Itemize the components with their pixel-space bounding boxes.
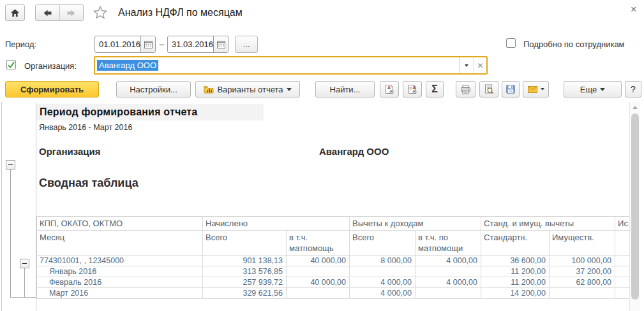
back-button[interactable] bbox=[36, 5, 60, 20]
report-period-heading-band[interactable]: Период формирования отчета bbox=[36, 104, 264, 120]
page-header-settings-button[interactable]: А bbox=[380, 81, 399, 98]
table-cell[interactable] bbox=[287, 266, 350, 277]
subheader-property[interactable]: Имуществ. bbox=[550, 231, 615, 256]
header-stand-imush-vychety[interactable]: Станд. и имущ. вычеты bbox=[481, 217, 615, 231]
row-label-cell[interactable]: 774301001, , 12345000 bbox=[37, 256, 203, 266]
date-to-calendar-button[interactable] bbox=[213, 36, 228, 52]
page-footer-settings-button[interactable]: А bbox=[403, 81, 422, 98]
collapse-group-outer-button[interactable] bbox=[6, 160, 15, 170]
row-label-cell[interactable]: Февраль 2016 bbox=[37, 277, 203, 288]
table-cell[interactable] bbox=[615, 277, 629, 288]
favorite-star-button[interactable] bbox=[93, 6, 107, 19]
more-button[interactable]: Еще bbox=[564, 81, 622, 98]
table-cell[interactable]: 4 000,00 bbox=[350, 277, 416, 288]
sum-button[interactable]: Σ bbox=[426, 81, 444, 98]
star-icon bbox=[93, 6, 107, 19]
collapse-group-inner-button[interactable] bbox=[20, 259, 29, 268]
table-cell[interactable] bbox=[350, 266, 416, 277]
date-from-value[interactable]: 01.01.2016 bbox=[95, 36, 140, 52]
organization-checkbox[interactable] bbox=[6, 60, 16, 69]
row-label-cell[interactable]: Март 2016 bbox=[37, 288, 203, 299]
date-to-field[interactable]: 31.03.2016 bbox=[167, 36, 228, 53]
scrollbar-thumb[interactable] bbox=[631, 113, 639, 300]
table-cell[interactable] bbox=[615, 266, 629, 277]
organization-clear-button[interactable]: ✕ bbox=[474, 57, 486, 73]
table-cell[interactable]: 8 000,00 bbox=[350, 256, 416, 266]
table-cell[interactable]: 36 600,00 bbox=[481, 256, 550, 266]
organization-combo[interactable]: Авангард ООО ✕ bbox=[94, 56, 488, 75]
date-from-calendar-button[interactable] bbox=[140, 36, 155, 52]
report-variant-folder-icon bbox=[204, 85, 214, 94]
printer-icon bbox=[460, 85, 471, 94]
subheader-standard[interactable]: Стандартн. bbox=[481, 231, 550, 256]
header-clipped[interactable]: Ис bbox=[615, 217, 629, 231]
table-cell[interactable]: 4 000,00 bbox=[416, 277, 481, 288]
table-cell[interactable] bbox=[550, 288, 615, 299]
subheader-total-accrued[interactable]: Всего bbox=[203, 231, 287, 256]
table-cell[interactable]: 14 200,00 bbox=[481, 288, 550, 299]
subheader-month[interactable]: Месяц bbox=[37, 231, 203, 256]
generate-button[interactable]: Сформировать bbox=[5, 81, 99, 98]
table-row: 774301001, , 12345000 901 138,13 40 000,… bbox=[37, 256, 630, 266]
date-from-field[interactable]: 01.01.2016 bbox=[94, 36, 156, 53]
table-cell[interactable] bbox=[287, 288, 350, 299]
group-tree-line bbox=[10, 297, 36, 298]
table-cell[interactable]: 257 939,72 bbox=[203, 277, 287, 288]
calendar-icon bbox=[144, 41, 153, 48]
organization-value[interactable]: Авангард ООО bbox=[97, 60, 158, 71]
subheader-incl-po-matpomoschi[interactable]: в т.ч. по матпомощи bbox=[416, 231, 481, 256]
send-mail-button[interactable] bbox=[523, 81, 549, 98]
table-cell[interactable]: 901 138,13 bbox=[203, 256, 287, 266]
report-variants-button[interactable]: Варианты отчета bbox=[195, 81, 300, 98]
table-cell[interactable] bbox=[416, 288, 481, 299]
period-label: Период: bbox=[5, 40, 36, 49]
table-cell[interactable]: 40 000,00 bbox=[287, 277, 350, 288]
table-row: Март 2016 329 621,56 4 000,00 14 200,00 bbox=[37, 288, 630, 299]
vertical-scrollbar[interactable] bbox=[629, 102, 640, 311]
table-cell[interactable]: 4 000,00 bbox=[350, 288, 416, 299]
print-button[interactable] bbox=[456, 81, 476, 98]
subheader-incl-matpomosch[interactable]: в т.ч. матпомощь bbox=[287, 231, 350, 256]
table-row: Февраль 2016 257 939,72 40 000,00 4 000,… bbox=[37, 277, 630, 288]
save-button[interactable] bbox=[502, 81, 520, 98]
subheader-clipped[interactable] bbox=[615, 231, 629, 256]
report-period-value[interactable]: Январь 2016 - Март 2016 bbox=[39, 123, 132, 132]
table-cell[interactable]: 37 200,00 bbox=[550, 266, 615, 277]
table-cell[interactable]: 329 621,56 bbox=[203, 288, 287, 299]
close-icon[interactable]: × bbox=[631, 4, 636, 15]
more-label: Еще bbox=[580, 85, 597, 94]
table-cell[interactable] bbox=[615, 256, 629, 266]
table-cell[interactable] bbox=[615, 288, 629, 299]
forward-button[interactable] bbox=[60, 5, 84, 20]
print-preview-button[interactable] bbox=[479, 81, 498, 98]
table-cell[interactable]: 313 576,85 bbox=[203, 266, 287, 277]
detail-by-employees-checkbox[interactable] bbox=[506, 38, 516, 48]
report-left-border bbox=[1, 102, 2, 311]
table-cell[interactable] bbox=[416, 266, 481, 277]
date-to-value[interactable]: 31.03.2016 bbox=[168, 36, 213, 52]
period-more-button[interactable]: ... bbox=[235, 36, 258, 53]
scroll-up-icon[interactable] bbox=[633, 106, 638, 109]
help-button[interactable]: ? bbox=[625, 81, 641, 98]
report-table-title[interactable]: Сводная таблица bbox=[39, 177, 139, 190]
find-button[interactable]: Найти... bbox=[315, 81, 375, 98]
table-cell[interactable]: 62 800,00 bbox=[550, 277, 615, 288]
home-button[interactable] bbox=[5, 4, 25, 21]
row-label-cell[interactable]: Январь 2016 bbox=[37, 266, 203, 277]
svg-text:А: А bbox=[387, 85, 391, 90]
table-cell[interactable]: 100 000,00 bbox=[550, 256, 615, 266]
header-vychety-k-dohodam[interactable]: Вычеты к доходам bbox=[350, 217, 481, 231]
svg-text:А: А bbox=[412, 85, 416, 90]
table-cell[interactable]: 11 200,00 bbox=[481, 266, 550, 277]
group-tree-line bbox=[24, 268, 25, 297]
table-cell[interactable]: 4 000,00 bbox=[416, 256, 481, 266]
subheader-total-deductions[interactable]: Всего bbox=[350, 231, 416, 256]
header-kpp-okato-oktmo[interactable]: КПП, ОКАТО, ОКТМО bbox=[37, 217, 203, 231]
header-nachisleno[interactable]: Начислено bbox=[203, 217, 350, 231]
organization-dropdown-button[interactable] bbox=[459, 57, 474, 73]
settings-button[interactable]: Настройки... bbox=[116, 81, 191, 98]
table-cell[interactable]: 40 000,00 bbox=[287, 256, 350, 266]
table-cell[interactable]: 11 200,00 bbox=[481, 277, 550, 288]
report-org-value[interactable]: Авангард ООО bbox=[319, 146, 389, 157]
report-org-heading[interactable]: Организация bbox=[39, 146, 101, 157]
